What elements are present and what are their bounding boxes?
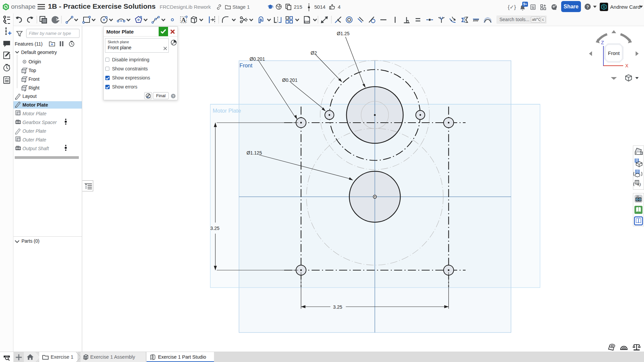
svg-text:Ø0.201: Ø0.201 xyxy=(282,77,298,83)
svg-text:Output Shaft: Output Shaft xyxy=(22,146,49,151)
svg-text:Layout: Layout xyxy=(22,94,37,99)
svg-text:Ø1.25: Ø1.25 xyxy=(337,31,350,36)
svg-text:3.25: 3.25 xyxy=(333,304,342,310)
svg-text:?: ? xyxy=(586,5,589,9)
svg-text:alt/: alt/ xyxy=(532,17,537,21)
svg-text:Default geometry: Default geometry xyxy=(21,50,57,55)
svg-text:?: ? xyxy=(172,95,174,98)
svg-text:Ø0.201: Ø0.201 xyxy=(250,56,265,62)
svg-text:Top: Top xyxy=(29,68,36,73)
svg-text:Front: Front xyxy=(239,62,253,68)
svg-text:x): x) xyxy=(637,182,641,187)
svg-text:3.25: 3.25 xyxy=(210,226,219,231)
svg-text:Motor Plate: Motor Plate xyxy=(22,111,47,116)
svg-text:Outer Plate: Outer Plate xyxy=(22,137,46,142)
svg-text:Right: Right xyxy=(29,85,40,90)
svg-text:Search tools...: Search tools... xyxy=(499,17,530,22)
svg-text:c: c xyxy=(542,17,544,21)
svg-text:●●: ●● xyxy=(637,195,639,197)
svg-text:Origin: Origin xyxy=(29,59,41,64)
svg-text:Ø2: Ø2 xyxy=(311,50,317,56)
svg-text:Outer Plate: Outer Plate xyxy=(22,128,46,134)
svg-text:Motor Plate: Motor Plate xyxy=(22,102,48,108)
svg-text:●●●: ●●● xyxy=(16,119,19,121)
svg-text:Σ: Σ xyxy=(461,16,465,23)
svg-text:Motor Plate: Motor Plate xyxy=(213,108,241,114)
svg-text:Front: Front xyxy=(608,50,620,56)
svg-text:Z: Z xyxy=(601,40,604,45)
svg-text:X: X xyxy=(625,63,629,68)
svg-text:A: A xyxy=(181,16,186,23)
svg-text:Ø1.125: Ø1.125 xyxy=(247,150,262,156)
svg-text:DXF: DXF xyxy=(305,20,310,23)
svg-text:●●●: ●●● xyxy=(16,145,19,147)
svg-text:Front: Front xyxy=(29,76,40,82)
svg-text:Gearbox Spacer: Gearbox Spacer xyxy=(22,120,57,125)
